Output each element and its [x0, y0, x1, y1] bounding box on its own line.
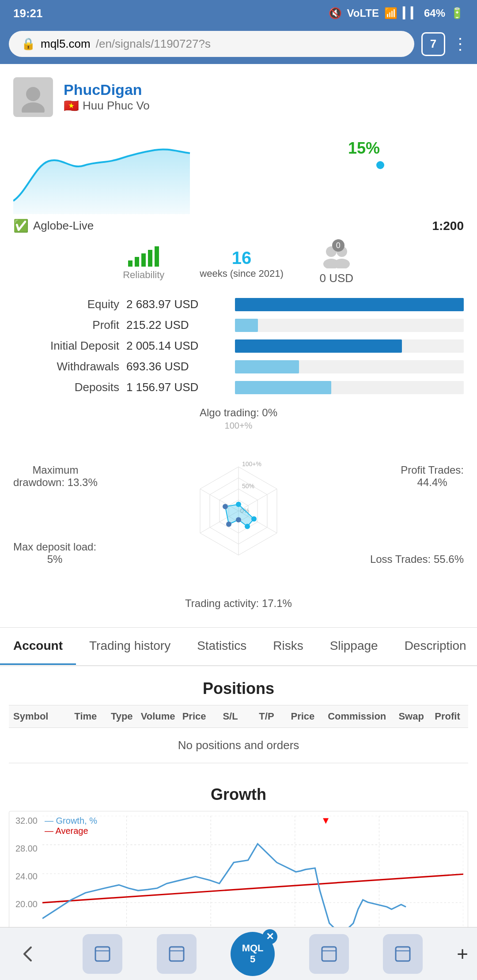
positions-empty: No positions and orders	[9, 728, 468, 763]
signal-icon: ▎▎	[403, 7, 419, 19]
weeks-value: 16	[200, 248, 284, 268]
reliability-metric: Reliability	[123, 246, 164, 281]
y-label-24: 24.00	[9, 871, 38, 882]
col-time: Time	[68, 711, 104, 722]
fin-row-withdrawals: Withdrawals 693.36 USD	[4, 356, 473, 377]
fin-bar-deposit	[235, 339, 402, 353]
browser-tab-2[interactable]	[157, 934, 197, 974]
positions-table-header: Symbol Time Type Volume Price S/L T/P Pr…	[9, 705, 468, 728]
weeks-label: weeks (since 2021)	[200, 268, 284, 279]
fin-row-deposit: Initial Deposit 2 005.14 USD	[4, 335, 473, 356]
col-volume: Volume	[140, 711, 176, 722]
bottom-nav: ✕ MQL5 +	[0, 927, 477, 980]
svg-rect-41	[396, 947, 410, 961]
subscribers-metric: 0 0 USD	[319, 242, 354, 285]
col-tp: T/P	[248, 711, 284, 722]
subscriber-count: 0	[332, 239, 344, 252]
col-sl: S/L	[212, 711, 249, 722]
svg-rect-35	[95, 947, 110, 961]
wifi-icon: 📶	[384, 7, 398, 19]
username[interactable]: PhucDigan	[64, 81, 150, 98]
svg-point-22	[223, 504, 228, 509]
status-icons: 🔇 VoLTE 📶 ▎▎ 64% 🔋	[329, 7, 464, 19]
browser-bar: 🔒 mql5.com/en/signals/1190727?s 7 ⋮	[0, 26, 477, 64]
radar-label-drawdown: Maximumdrawdown: 13.3%	[13, 464, 98, 489]
browser-tab-3[interactable]	[309, 934, 349, 974]
col-commission: Commission	[321, 711, 393, 722]
mute-icon: 🔇	[329, 7, 342, 19]
url-domain: mql5.com	[41, 37, 91, 51]
tab-slippage[interactable]: Slippage	[317, 628, 391, 665]
browser-tab-1[interactable]	[83, 934, 122, 974]
url-bar[interactable]: 🔒 mql5.com/en/signals/1190727?s	[9, 31, 414, 57]
col-price2: Price	[284, 711, 321, 722]
status-bar: 19:21 🔇 VoLTE 📶 ▎▎ 64% 🔋	[0, 0, 477, 26]
svg-point-20	[236, 517, 241, 523]
svg-text:50%: 50%	[242, 482, 254, 490]
fin-row-profit: Profit 215.22 USD	[4, 315, 473, 335]
signal-chart: 15%	[0, 121, 477, 219]
url-path: /en/signals/1190727?s	[96, 37, 211, 51]
tab-account[interactable]: Account	[0, 628, 76, 665]
y-label-32: 32.00	[9, 816, 38, 826]
svg-point-17	[236, 502, 241, 507]
fin-bar-profit-container	[235, 319, 464, 332]
fin-label-deposits: Deposits	[13, 381, 119, 394]
back-button[interactable]	[9, 934, 49, 974]
radar-label-profit-trades: Profit Trades:44.4%	[401, 464, 464, 489]
bar1	[128, 260, 132, 267]
col-swap: Swap	[393, 711, 429, 722]
fin-label-deposit: Initial Deposit	[13, 339, 119, 353]
tabs-row: Account Trading history Statistics Risks…	[0, 628, 477, 665]
battery-text: 64%	[424, 7, 445, 19]
tab-trading-history[interactable]: Trading history	[76, 628, 184, 665]
stats-bar: ✅ Aglobe-Live 1:200	[0, 219, 477, 237]
avatar	[13, 77, 53, 117]
time: 19:21	[13, 7, 43, 20]
volte-icon: VoLTE	[347, 7, 379, 19]
battery-icon: 🔋	[450, 7, 464, 19]
tab-description[interactable]: Description	[391, 628, 477, 665]
broker-info: ✅ Aglobe-Live	[13, 219, 94, 233]
broker-name: Aglobe-Live	[33, 219, 94, 233]
fin-bar-deposits	[235, 381, 331, 394]
close-tab-button[interactable]: ✕	[262, 929, 277, 944]
chart-dot	[376, 161, 384, 169]
tab-statistics[interactable]: Statistics	[184, 628, 260, 665]
profile-section: PhucDigan 🇻🇳 Huu Phuc Vo	[0, 64, 477, 121]
positions-title: Positions	[9, 675, 468, 705]
weeks-metric: 16 weeks (since 2021)	[200, 248, 284, 279]
reliability-bars	[123, 246, 164, 267]
bar3	[141, 253, 146, 267]
col-profit: Profit	[429, 711, 466, 722]
more-menu-button[interactable]: ⋮	[452, 35, 468, 53]
radar-label-loss-trades: Loss Trades: 55.6%	[370, 553, 464, 565]
fin-label-profit: Profit	[13, 318, 119, 332]
fin-value-deposits: 1 156.97 USD	[126, 381, 228, 394]
flag-icon: 🇻🇳	[64, 98, 79, 113]
mql-logo-tab[interactable]: ✕ MQL5	[231, 932, 275, 976]
fin-bar-equity-container	[235, 298, 464, 311]
subscribers-usd: 0 USD	[319, 271, 354, 285]
tab-count[interactable]: 7	[421, 32, 445, 56]
bar4	[148, 250, 152, 267]
mql-logo-text: MQL5	[242, 943, 264, 964]
add-tab-button[interactable]: +	[457, 943, 468, 965]
tab-risks[interactable]: Risks	[260, 628, 316, 665]
svg-point-21	[226, 522, 231, 527]
radar-label-deposit-load: Max deposit load:5%	[13, 541, 96, 565]
fin-bar-withdrawals-container	[235, 360, 464, 373]
y-label-20: 20.00	[9, 899, 38, 909]
radar-section: Algo trading: 0%100+% Maximumdrawdown: 1…	[0, 398, 477, 627]
col-price1: Price	[176, 711, 212, 722]
tabs-section: Account Trading history Statistics Risks…	[0, 627, 477, 666]
fin-bar-withdrawals	[235, 360, 299, 373]
fin-label-withdrawals: Withdrawals	[13, 360, 119, 373]
fin-bar-profit	[235, 319, 258, 332]
financials-section: Equity 2 683.97 USD Profit 215.22 USD In…	[0, 294, 477, 398]
svg-rect-39	[322, 947, 336, 961]
svg-point-18	[251, 516, 257, 522]
fin-row-equity: Equity 2 683.97 USD	[4, 294, 473, 315]
browser-tab-4[interactable]	[383, 934, 423, 974]
fin-value-deposit: 2 005.14 USD	[126, 339, 228, 353]
